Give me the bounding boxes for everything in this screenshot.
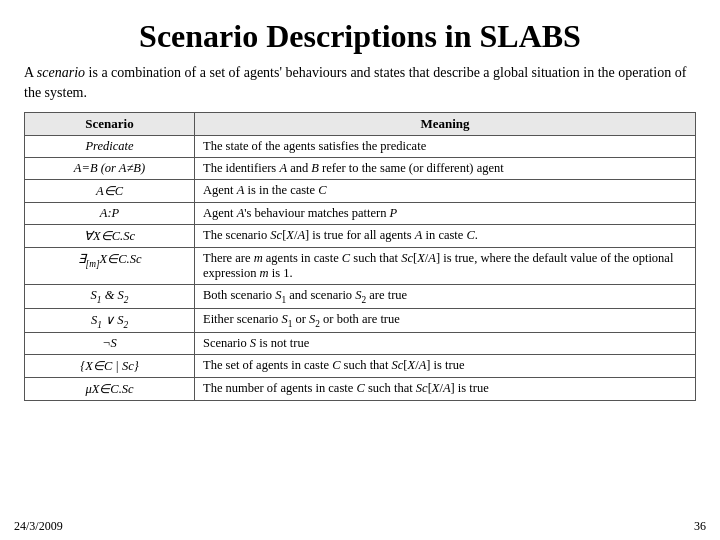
meaning-cell: Agent A is in the caste C (195, 180, 696, 203)
scenario-cell: ∀X∈C.Sc (25, 225, 195, 248)
scenario-cell: S1 ∨ S2 (25, 308, 195, 333)
subtitle-italic: scenario (37, 65, 85, 80)
col-header-scenario: Scenario (25, 113, 195, 136)
scenario-cell: ¬S (25, 333, 195, 355)
meaning-cell: The state of the agents satisfies the pr… (195, 136, 696, 158)
table-row: ∃[m]X∈C.Sc There are m agents in caste C… (25, 248, 696, 285)
meaning-cell: The scenario Sc[X/A] is true for all age… (195, 225, 696, 248)
scenario-table: Scenario Meaning Predicate The state of … (24, 112, 696, 401)
meaning-cell: The set of agents in caste C such that S… (195, 355, 696, 378)
meaning-cell: Agent A's behaviour matches pattern P (195, 203, 696, 225)
page-number: 36 (694, 519, 706, 534)
meaning-cell: The number of agents in caste C such tha… (195, 378, 696, 401)
table-row: Predicate The state of the agents satisf… (25, 136, 696, 158)
meaning-cell: Scenario S is not true (195, 333, 696, 355)
page: Scenario Descriptions in SLABS A scenari… (0, 0, 720, 540)
table-row: {X∈C | Sc} The set of agents in caste C … (25, 355, 696, 378)
table-row: S1 ∨ S2 Either scenario S1 or S2 or both… (25, 308, 696, 333)
meaning-cell: The identifiers A and B refer to the sam… (195, 158, 696, 180)
table-row: A∈C Agent A is in the caste C (25, 180, 696, 203)
col-header-meaning: Meaning (195, 113, 696, 136)
scenario-cell: Predicate (25, 136, 195, 158)
subtitle: A scenario is a combination of a set of … (24, 63, 696, 102)
scenario-cell: μX∈C.Sc (25, 378, 195, 401)
scenario-cell: ∃[m]X∈C.Sc (25, 248, 195, 285)
meaning-cell: Both scenario S1 and scenario S2 are tru… (195, 285, 696, 309)
table-row: μX∈C.Sc The number of agents in caste C … (25, 378, 696, 401)
page-title: Scenario Descriptions in SLABS (24, 18, 696, 55)
scenario-cell: A:P (25, 203, 195, 225)
meaning-cell: Either scenario S1 or S2 or both are tru… (195, 308, 696, 333)
table-row: S1 & S2 Both scenario S1 and scenario S2… (25, 285, 696, 309)
scenario-cell: A∈C (25, 180, 195, 203)
meaning-cell: There are m agents in caste C such that … (195, 248, 696, 285)
scenario-cell: S1 & S2 (25, 285, 195, 309)
scenario-cell: {X∈C | Sc} (25, 355, 195, 378)
table-row: A:P Agent A's behaviour matches pattern … (25, 203, 696, 225)
table-row: A=B (or A≠B) The identifiers A and B ref… (25, 158, 696, 180)
table-row: ∀X∈C.Sc The scenario Sc[X/A] is true for… (25, 225, 696, 248)
table-row: ¬S Scenario S is not true (25, 333, 696, 355)
scenario-cell: A=B (or A≠B) (25, 158, 195, 180)
date-label: 24/3/2009 (14, 519, 63, 534)
